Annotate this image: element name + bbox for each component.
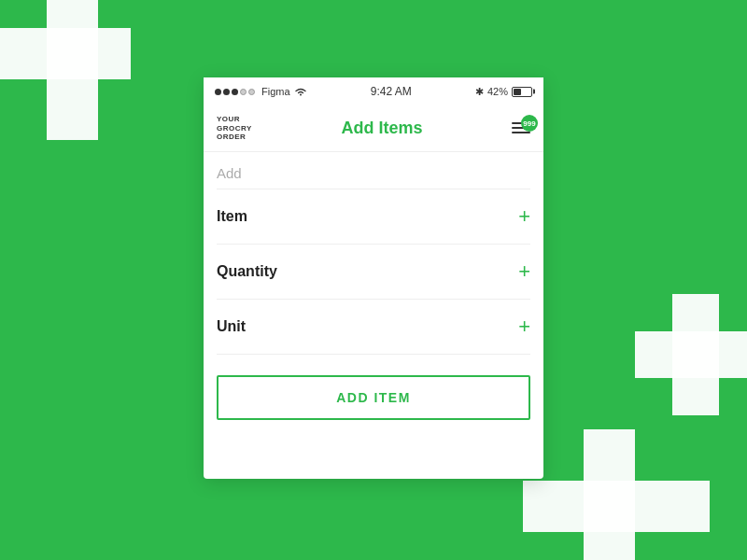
wifi-icon [294,87,307,96]
item-label: Item [217,208,247,225]
nav-icons[interactable]: 999 [512,122,530,133]
unit-add-button[interactable]: + [518,316,530,337]
battery-icon [512,87,532,97]
battery-fill [514,89,521,95]
unit-label: Unit [217,318,246,335]
cart-badge: 999 [521,115,538,132]
phone-frame: Figma 9:42 AM ✱ 42% YOUR GROCRY ORDER Ad… [204,77,543,479]
nav-bar: YOUR GROCRY ORDER Add Items 999 [204,105,543,152]
bg-cross-bottom-right-vertical [584,429,635,560]
status-bar: Figma 9:42 AM ✱ 42% [204,77,543,105]
quantity-label: Quantity [217,263,277,280]
hamburger-line-3 [512,132,530,133]
unit-row: Unit + [217,300,530,355]
quantity-add-button[interactable]: + [518,261,530,282]
item-add-button[interactable]: + [518,206,530,227]
signal-dot-4 [240,89,247,95]
bluetooth-icon: ✱ [475,86,484,98]
signal-dot-5 [248,89,255,95]
app-logo: YOUR GROCRY ORDER [217,115,252,142]
status-left: Figma [215,86,307,97]
nav-title: Add Items [341,119,422,138]
signal-dots [215,89,255,95]
bg-cross-right-vertical [672,294,719,415]
signal-dot-3 [232,89,238,95]
add-label: Add [217,152,530,189]
status-right: ✱ 42% [475,86,532,98]
bg-cross-top-left-vertical [47,0,98,140]
status-time: 9:42 AM [307,85,475,98]
quantity-row: Quantity + [217,245,530,300]
signal-dot-1 [215,89,221,95]
add-item-button[interactable]: ADD ITEM [217,375,530,420]
carrier-label: Figma [261,86,290,97]
item-row: Item + [217,189,530,245]
signal-dot-2 [223,89,230,95]
battery-percent: 42% [487,86,508,97]
content-area: Add Item + Quantity + Unit + ADD ITEM [204,152,543,420]
